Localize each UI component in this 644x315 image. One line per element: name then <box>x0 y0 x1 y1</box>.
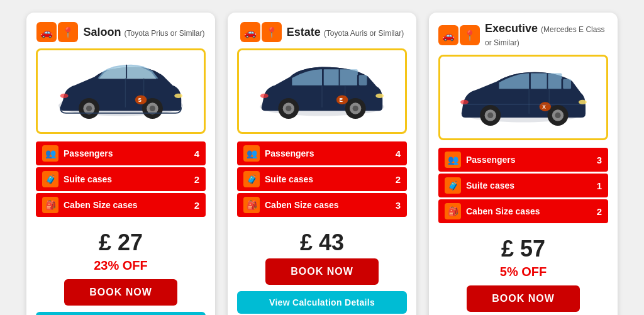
car-image-estate: E <box>237 48 407 134</box>
book-now-button-estate[interactable]: BOOK NOW <box>265 258 379 285</box>
spec-label: Suite cases <box>466 180 597 191</box>
spec-label: Caben Size cases <box>466 206 597 216</box>
header-icons: 🚗 📍 <box>36 22 78 42</box>
spec-icon: 👥 <box>42 145 58 162</box>
svg-point-29 <box>375 94 384 98</box>
card-subtitle: (Toyota Prius or Similar) <box>125 29 205 38</box>
discount-saloon: 23% OFF <box>94 258 148 273</box>
map-icon: 📍 <box>460 25 480 45</box>
price-estate: £ 43 <box>300 229 344 256</box>
spec-value: 4 <box>194 148 199 159</box>
spec-value: 2 <box>194 174 199 185</box>
spec-icon: 🎒 <box>445 203 461 219</box>
svg-point-10 <box>174 94 182 98</box>
book-now-button-executive[interactable]: BOOK NOW <box>467 285 580 312</box>
svg-rect-16 <box>323 69 358 86</box>
spec-label: Passengers <box>466 155 597 165</box>
svg-text:X: X <box>542 104 546 110</box>
spec-row: 👥 Passengers 4 <box>36 141 206 165</box>
spec-row: 🧳 Suite cases 2 <box>237 167 407 191</box>
spec-value: 4 <box>396 148 401 159</box>
header-icons: 🚗 📍 <box>240 22 282 42</box>
view-details-button-estate[interactable]: View Calculation Details <box>237 291 407 314</box>
svg-text:S: S <box>138 97 142 103</box>
spec-row: 🎒 Caben Size cases 2 <box>438 199 608 223</box>
spec-value: 2 <box>597 206 602 217</box>
spec-value: 1 <box>597 180 602 191</box>
spec-icon: 🎒 <box>42 197 58 213</box>
spec-row: 🎒 Caben Size cases 2 <box>36 193 206 217</box>
spec-row: 👥 Passengers 3 <box>438 148 608 172</box>
title-text: Estate <box>287 26 321 38</box>
specs-executive: 👥 Passengers 3 🧳 Suite cases 1 🎒 Caben S… <box>438 148 608 223</box>
spec-row: 🧳 Suite cases 2 <box>36 167 206 191</box>
card-executive: 🚗 📍 Executive (Mercedes E Class or Simil… <box>429 13 618 315</box>
title-text: Executive <box>485 22 538 35</box>
svg-point-11 <box>60 94 69 98</box>
header-icons: 🚗 📍 <box>438 25 480 45</box>
svg-point-30 <box>260 94 269 98</box>
svg-point-48 <box>460 100 469 104</box>
spec-icon: 🧳 <box>445 177 461 194</box>
spec-value: 2 <box>194 200 199 211</box>
car-image-saloon: S <box>36 48 206 134</box>
spec-label: Suite cases <box>64 174 194 184</box>
card-header-saloon: 🚗 📍 Saloon (Toyota Prius or Similar) <box>36 22 206 42</box>
svg-point-6 <box>86 106 92 111</box>
spec-value: 2 <box>396 174 401 185</box>
svg-point-25 <box>286 106 291 111</box>
view-details-button-saloon[interactable]: View Calculation Details <box>36 312 206 315</box>
cards-container: 🚗 📍 Saloon (Toyota Prius or Similar) <box>26 13 618 315</box>
price-saloon: £ 27 <box>99 229 143 256</box>
spec-label: Caben Size cases <box>64 200 194 210</box>
car-image-executive: X <box>438 55 608 140</box>
card-title: Estate (Toyota Auris or Similar) <box>287 26 404 39</box>
spec-row: 🧳 Suite cases 1 <box>438 174 608 197</box>
svg-point-43 <box>487 113 493 118</box>
spec-value: 3 <box>597 155 602 165</box>
spec-icon: 🧳 <box>243 171 260 187</box>
map-icon: 📍 <box>262 22 282 42</box>
svg-rect-34 <box>530 74 562 89</box>
specs-estate: 👥 Passengers 4 🧳 Suite cases 2 🎒 Caben S… <box>237 141 407 217</box>
svg-rect-17 <box>359 75 367 85</box>
card-title: Saloon (Toyota Prius or Similar) <box>83 26 204 39</box>
svg-point-28 <box>353 106 358 111</box>
card-saloon: 🚗 📍 Saloon (Toyota Prius or Similar) <box>26 13 215 315</box>
price-executive: £ 57 <box>501 236 545 262</box>
speedometer-icon: 🚗 <box>438 25 458 45</box>
discount-executive: 5% OFF <box>500 265 547 279</box>
map-icon: 📍 <box>58 22 78 42</box>
card-header-executive: 🚗 📍 Executive (Mercedes E Class or Simil… <box>438 22 608 48</box>
spec-label: Caben Size cases <box>265 200 396 210</box>
spec-icon: 🎒 <box>243 197 260 213</box>
spec-row: 👥 Passengers 4 <box>237 141 407 165</box>
card-title: Executive (Mercedes E Class or Similar) <box>485 22 608 48</box>
card-subtitle: (Toyota Auris or Similar) <box>324 29 404 38</box>
card-header-estate: 🚗 📍 Estate (Toyota Auris or Similar) <box>237 22 407 42</box>
svg-rect-35 <box>563 79 571 89</box>
specs-saloon: 👥 Passengers 4 🧳 Suite cases 2 🎒 Caben S… <box>36 141 206 217</box>
spec-row: 🎒 Caben Size cases 3 <box>237 193 407 217</box>
svg-point-46 <box>555 113 560 118</box>
spec-icon: 👥 <box>243 145 260 162</box>
svg-point-47 <box>579 100 587 104</box>
book-now-button-saloon[interactable]: BOOK NOW <box>64 279 177 306</box>
card-estate: 🚗 📍 Estate (Toyota Auris or Similar) <box>228 13 416 315</box>
title-text: Saloon <box>83 26 121 38</box>
speedometer-icon: 🚗 <box>36 22 57 42</box>
spec-icon: 🧳 <box>42 171 58 187</box>
spec-label: Suite cases <box>265 174 396 184</box>
spec-icon: 👥 <box>445 152 461 168</box>
svg-point-9 <box>150 106 155 111</box>
spec-label: Passengers <box>265 148 396 158</box>
svg-text:E: E <box>340 97 343 103</box>
speedometer-icon: 🚗 <box>240 22 260 42</box>
spec-label: Passengers <box>64 148 194 158</box>
spec-value: 3 <box>396 200 401 211</box>
